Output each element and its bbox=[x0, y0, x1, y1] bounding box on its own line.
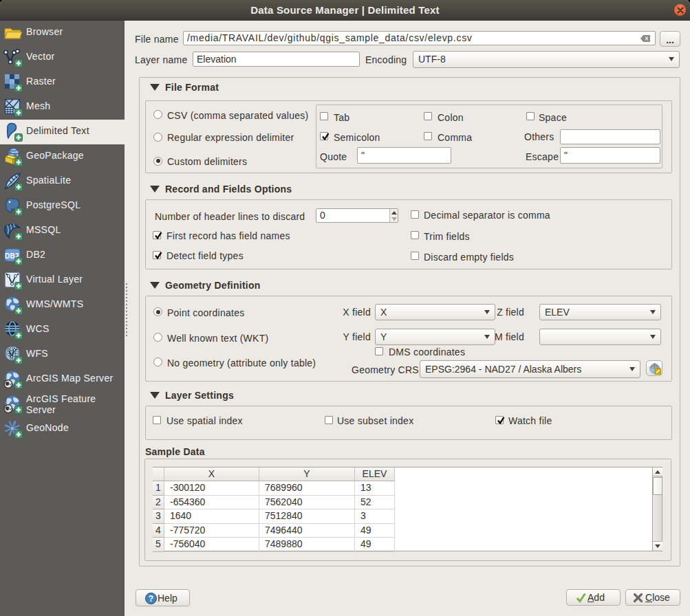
svg-text:?: ? bbox=[149, 594, 153, 604]
